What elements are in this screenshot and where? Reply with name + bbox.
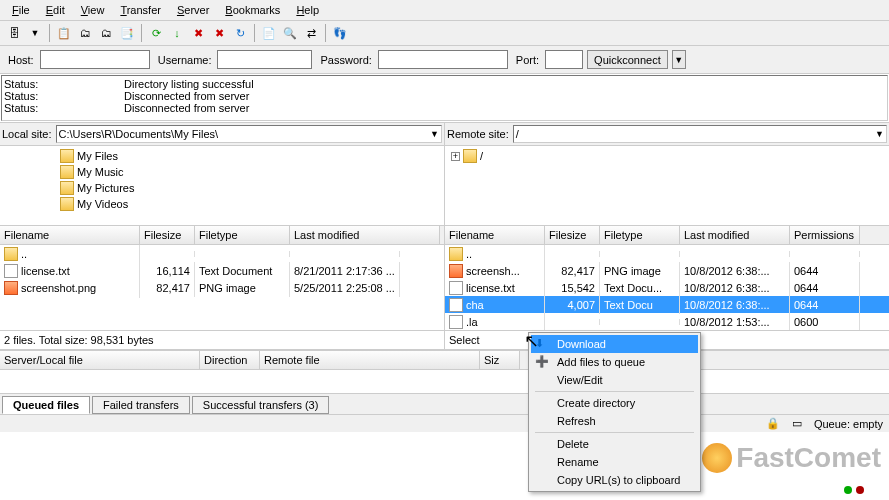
column-header[interactable]: Server/Local file: [0, 351, 200, 369]
menu-server[interactable]: Server: [169, 2, 217, 18]
status-message: Directory listing successful: [124, 78, 254, 90]
column-header[interactable]: Filename: [0, 226, 140, 244]
context-item-copy-url-s-to-clipboard[interactable]: Copy URL(s) to clipboard: [531, 471, 698, 489]
queue-list[interactable]: [0, 370, 889, 394]
expand-icon[interactable]: +: [451, 152, 460, 161]
disconnect-icon[interactable]: ✖: [209, 23, 229, 43]
context-item-add-files-to-queue[interactable]: ➕Add files to queue: [531, 353, 698, 371]
column-header[interactable]: Siz: [480, 351, 520, 369]
file-row[interactable]: screenshot.png82,417PNG image5/25/2011 2…: [0, 279, 444, 296]
context-item-delete[interactable]: Delete: [531, 435, 698, 453]
status-dot-green: [844, 486, 852, 494]
site-manager-dropdown[interactable]: ▼: [25, 23, 45, 43]
file-name: license.txt: [21, 265, 70, 277]
queue-tab[interactable]: Failed transfers: [92, 396, 190, 414]
port-label: Port:: [516, 54, 539, 66]
file-icon: [449, 281, 463, 295]
local-tree[interactable]: My FilesMy MusicMy PicturesMy Videos: [0, 146, 444, 226]
file-row[interactable]: .la10/8/2012 1:53:...0600: [445, 313, 889, 330]
column-header[interactable]: Filename: [445, 226, 545, 244]
remote-file-list[interactable]: ..screensh...82,417PNG image10/8/2012 6:…: [445, 245, 889, 330]
add-icon: ➕: [535, 355, 551, 371]
toggle-log-icon[interactable]: 📋: [54, 23, 74, 43]
column-header[interactable]: Permissions: [790, 226, 860, 244]
remote-path-combo[interactable]: /▼: [513, 125, 887, 143]
file-row[interactable]: ..: [0, 245, 444, 262]
remote-list-header[interactable]: FilenameFilesizeFiletypeLast modifiedPer…: [445, 226, 889, 245]
host-input[interactable]: [40, 50, 150, 69]
tree-node-label[interactable]: My Files: [77, 150, 118, 162]
cursor-icon: ↖: [524, 330, 539, 352]
port-input[interactable]: [545, 50, 583, 69]
column-header[interactable]: Filesize: [140, 226, 195, 244]
menu-bar: FileEditViewTransferServerBookmarksHelp: [0, 0, 889, 21]
context-item-label: Refresh: [557, 415, 596, 427]
column-header[interactable]: Filesize: [545, 226, 600, 244]
compare-icon[interactable]: 🔍: [280, 23, 300, 43]
context-item-label: Download: [557, 338, 606, 350]
local-file-list[interactable]: ..license.txt16,114Text Document8/21/201…: [0, 245, 444, 330]
context-item-label: View/Edit: [557, 374, 603, 386]
column-header[interactable]: Filetype: [600, 226, 680, 244]
file-row[interactable]: license.txt16,114Text Document8/21/2011 …: [0, 262, 444, 279]
column-header[interactable]: Filetype: [195, 226, 290, 244]
column-header[interactable]: Direction: [200, 351, 260, 369]
username-input[interactable]: [217, 50, 312, 69]
file-row[interactable]: license.txt15,542Text Docu...10/8/2012 6…: [445, 279, 889, 296]
menu-bookmarks[interactable]: Bookmarks: [217, 2, 288, 18]
context-item-create-directory[interactable]: Create directory: [531, 394, 698, 412]
context-item-view-edit[interactable]: View/Edit: [531, 371, 698, 389]
password-label: Password:: [320, 54, 371, 66]
context-item-rename[interactable]: Rename: [531, 453, 698, 471]
menu-help[interactable]: Help: [288, 2, 327, 18]
folder-icon: [449, 247, 463, 261]
site-manager-icon[interactable]: 🗄: [4, 23, 24, 43]
tree-node-label[interactable]: My Videos: [77, 198, 128, 210]
process-queue-icon[interactable]: ↓: [167, 23, 187, 43]
filter-icon[interactable]: 📄: [259, 23, 279, 43]
sync-browse-icon[interactable]: ⇄: [301, 23, 321, 43]
quickconnect-dropdown[interactable]: ▼: [672, 50, 686, 69]
file-icon: [449, 315, 463, 329]
cancel-icon[interactable]: ✖: [188, 23, 208, 43]
column-header[interactable]: Last modified: [680, 226, 790, 244]
message-log[interactable]: Status:Directory listing successfulStatu…: [1, 75, 888, 121]
file-icon: [449, 298, 463, 312]
tree-node-label[interactable]: My Music: [77, 166, 123, 178]
context-item-download[interactable]: ⬇Download: [531, 335, 698, 353]
status-dot-red: [856, 486, 864, 494]
menu-view[interactable]: View: [73, 2, 113, 18]
file-name: cha: [466, 299, 484, 311]
toggle-queue-icon[interactable]: 📑: [117, 23, 137, 43]
queue-header[interactable]: Server/Local fileDirectionRemote fileSiz: [0, 350, 889, 370]
queue-tab[interactable]: Queued files: [2, 396, 90, 414]
password-input[interactable]: [378, 50, 508, 69]
remote-tree[interactable]: +/: [445, 146, 889, 226]
column-header[interactable]: Last modified: [290, 226, 440, 244]
menu-file[interactable]: File: [4, 2, 38, 18]
local-list-header[interactable]: FilenameFilesizeFiletypeLast modified: [0, 226, 444, 245]
reconnect-icon[interactable]: ↻: [230, 23, 250, 43]
file-row[interactable]: cha4,007Text Docu10/8/2012 6:38:...0644: [445, 296, 889, 313]
tree-node-label[interactable]: My Pictures: [77, 182, 134, 194]
context-item-refresh[interactable]: Refresh: [531, 412, 698, 430]
toggle-tree-icon[interactable]: 🗂: [75, 23, 95, 43]
column-header[interactable]: Remote file: [260, 351, 480, 369]
username-label: Username:: [158, 54, 212, 66]
menu-transfer[interactable]: Transfer: [112, 2, 169, 18]
refresh-icon[interactable]: ⟳: [146, 23, 166, 43]
status-label: Status:: [4, 102, 124, 114]
menu-edit[interactable]: Edit: [38, 2, 73, 18]
search-icon[interactable]: 👣: [330, 23, 350, 43]
file-name: screensh...: [466, 265, 520, 277]
bottom-status-bar: 🔒 ▭ Queue: empty: [0, 414, 889, 432]
queue-tab[interactable]: Successful transfers (3): [192, 396, 330, 414]
status-label: Status:: [4, 78, 124, 90]
local-path-combo[interactable]: C:\Users\R\Documents\My Files\▼: [56, 125, 442, 143]
status-label: Status:: [4, 90, 124, 102]
toggle-remote-tree-icon[interactable]: 🗂: [96, 23, 116, 43]
transfer-type-icon[interactable]: ▭: [792, 417, 802, 430]
file-row[interactable]: ..: [445, 245, 889, 262]
quickconnect-button[interactable]: Quickconnect: [587, 50, 668, 69]
file-row[interactable]: screensh...82,417PNG image10/8/2012 6:38…: [445, 262, 889, 279]
